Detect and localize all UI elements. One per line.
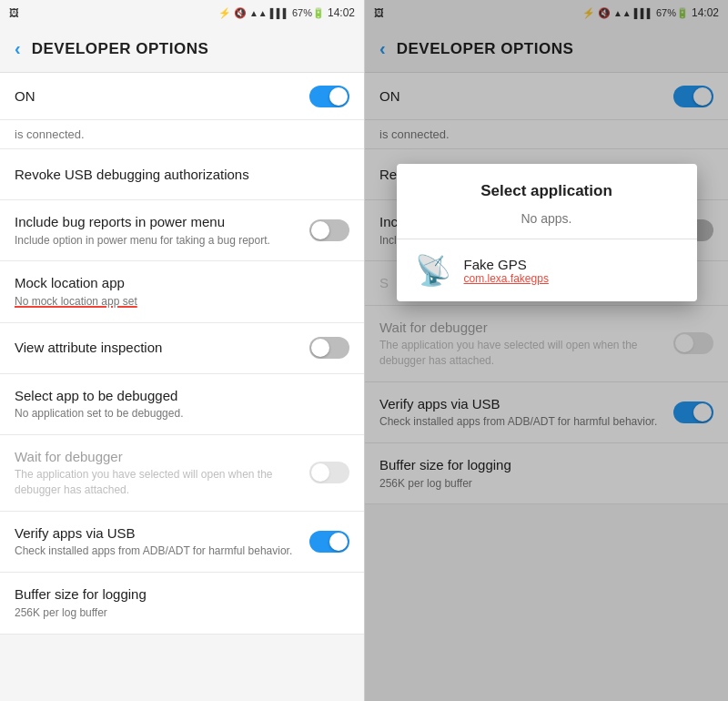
toggle-knob [311, 463, 329, 482]
verify-apps-toggle[interactable] [309, 531, 349, 553]
select-app-content: Select app to be debugged No application… [15, 387, 349, 422]
select-app-title: Select app to be debugged [15, 387, 342, 405]
view-attribute-toggle[interactable] [309, 337, 349, 359]
fake-gps-icon: 📡 [415, 252, 451, 289]
mute-icon: 🔇 [234, 7, 247, 19]
wait-debugger-title: Wait for debugger [15, 448, 302, 466]
wait-debugger-toggle [309, 462, 349, 483]
verify-apps-subtitle: Check installed apps from ADB/ADT for ha… [15, 544, 302, 559]
status-bar-icons-left: 🖼 [9, 7, 19, 18]
on-label-left: ON [15, 88, 35, 104]
page-title-left: DEVELOPER OPTIONS [32, 40, 209, 58]
wait-debugger-content: Wait for debugger The application you ha… [15, 448, 309, 498]
view-attribute-title: View attribute inspection [15, 339, 302, 357]
dialog-no-apps: No apps. [397, 208, 697, 239]
buffer-size-item[interactable]: Buffer size for logging 256K per log buf… [0, 573, 364, 634]
toggle-knob [311, 221, 329, 239]
right-panel: 🖼 ⚡ 🔇 ▲▲ ▌▌▌ 67%🔋 14:02 ‹ DEVELOPER OPTI… [364, 0, 728, 701]
bug-reports-item[interactable]: Include bug reports in power menu Includ… [0, 200, 364, 261]
select-application-dialog: Select application No apps. 📡 Fake GPS c… [397, 164, 697, 301]
battery-text: 67%🔋 [292, 7, 325, 19]
verify-apps-content: Verify apps via USB Check installed apps… [15, 524, 309, 559]
mock-location-title: Mock location app [15, 274, 342, 292]
on-toggle-left[interactable] [309, 86, 349, 107]
fake-gps-name: Fake GPS [464, 257, 679, 272]
toggle-knob [329, 87, 348, 106]
wait-debugger-subtitle: The application you have selected will o… [15, 467, 302, 498]
buffer-size-title: Buffer size for logging [15, 585, 342, 604]
select-app-subtitle: No application set to be debugged. [15, 406, 342, 422]
time-display: 14:02 [328, 6, 355, 19]
dialog-title: Select application [397, 164, 697, 208]
status-bar-left: 🖼 ⚡ 🔇 ▲▲ ▌▌▌ 67%🔋 14:02 [0, 0, 364, 25]
dialog-overlay[interactable]: Select application No apps. 📡 Fake GPS c… [365, 0, 728, 701]
on-row-left: ON [0, 73, 364, 120]
revoke-usb-title: Revoke USB debugging authorizations [15, 166, 342, 184]
wait-debugger-item: Wait for debugger The application you ha… [0, 435, 364, 512]
header-left: ‹ DEVELOPER OPTIONS [0, 25, 364, 73]
bug-reports-title: Include bug reports in power menu [15, 213, 302, 231]
buffer-size-subtitle: 256K per log buffer [15, 605, 342, 621]
select-app-item[interactable]: Select app to be debugged No application… [0, 374, 364, 435]
revoke-usb-content: Revoke USB debugging authorizations [15, 166, 349, 184]
toggle-knob [311, 339, 329, 357]
toggle-knob [329, 533, 348, 551]
buffer-size-content: Buffer size for logging 256K per log buf… [15, 585, 349, 620]
bug-reports-subtitle: Include option in power menu for taking … [15, 233, 302, 249]
mock-location-item[interactable]: Mock location app No mock location app s… [0, 261, 364, 322]
signal-icon: ▌▌▌ [270, 8, 289, 18]
bug-reports-toggle[interactable] [309, 219, 349, 241]
fake-gps-item[interactable]: 📡 Fake GPS com.lexa.fakegps [397, 239, 697, 301]
revoke-usb-item[interactable]: Revoke USB debugging authorizations [0, 149, 364, 200]
camera-icon: 🖼 [9, 7, 19, 18]
mock-location-subtitle: No mock location app set [15, 294, 342, 310]
connected-text-left: is connected. [0, 120, 364, 149]
wifi-icon: ▲▲ [249, 8, 268, 18]
fake-gps-package: com.lexa.fakegps [464, 272, 679, 285]
verify-apps-item[interactable]: Verify apps via USB Check installed apps… [0, 512, 364, 573]
view-attribute-content: View attribute inspection [15, 339, 309, 357]
view-attribute-item[interactable]: View attribute inspection [0, 323, 364, 374]
bluetooth-icon: ⚡ [218, 7, 231, 19]
mock-location-content: Mock location app No mock location app s… [15, 274, 349, 309]
bug-reports-content: Include bug reports in power menu Includ… [15, 213, 309, 248]
left-panel: 🖼 ⚡ 🔇 ▲▲ ▌▌▌ 67%🔋 14:02 ‹ DEVELOPER OPTI… [0, 0, 364, 701]
status-bar-icons-right: ⚡ 🔇 ▲▲ ▌▌▌ 67%🔋 14:02 [218, 6, 355, 19]
back-button-left[interactable]: ‹ [15, 38, 21, 59]
content-left: ON is connected. Revoke USB debugging au… [0, 73, 364, 701]
verify-apps-title: Verify apps via USB [15, 524, 302, 543]
fake-gps-info: Fake GPS com.lexa.fakegps [464, 257, 679, 285]
